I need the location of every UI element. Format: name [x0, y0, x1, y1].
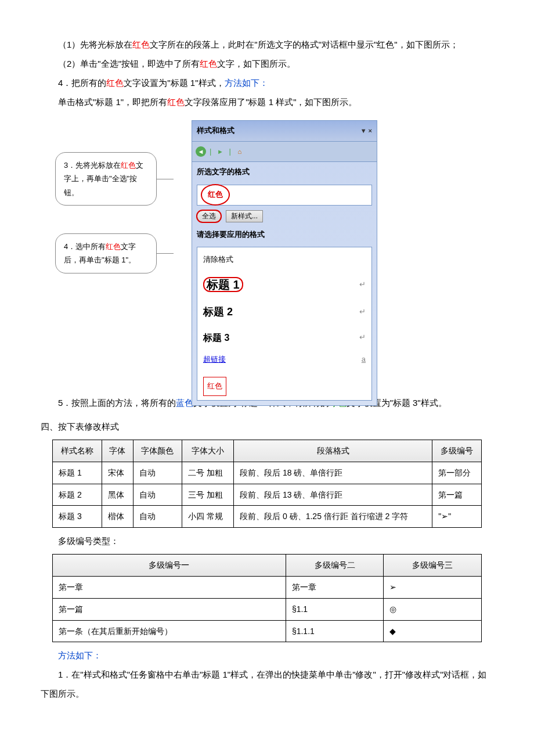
callout-2: 4．选中所有红色文字后，再单击"标题 1"。 — [55, 233, 157, 273]
current-format-box[interactable]: 红色 — [197, 185, 372, 206]
current-format-label: 所选文字的格式 — [192, 162, 377, 182]
table-header-row: 多级编号一 多级编号二 多级编号三 — [53, 555, 482, 577]
apply-format-label: 请选择要应用的格式 — [192, 225, 377, 245]
callout-1: 3．先将光标放在红色文字上，再单击"全选"按钮。 — [55, 152, 157, 206]
red-text: 红色 — [106, 78, 124, 88]
style-item-h3[interactable]: 标题 3↵ — [201, 326, 368, 350]
para-2: （2）单击"全选"按钮，即选中了所有红色文字，如下图所示。 — [41, 54, 493, 73]
table-header-row: 样式名称 字体 字体颜色 字体大小 段落格式 多级编号 — [53, 440, 482, 462]
current-format-value: 红色 — [201, 184, 230, 206]
style-item-clear[interactable]: 清除格式 — [201, 250, 368, 270]
section-4-heading: 四、按下表修改样式 — [41, 417, 493, 436]
para-1: （1）先将光标放在红色文字所在的段落上，此时在"所选文字的格式"对话框中显示"红… — [41, 35, 493, 54]
figure-styles-panel: 3．先将光标放在红色文字上，再单击"全选"按钮。 4．选中所有红色文字后，再单击… — [41, 120, 493, 381]
styles-format-panel: 样式和格式 ▼ × ◄ | ► | ⌂ 所选文字的格式 红色 全选 新样式...… — [192, 120, 377, 406]
table-row: 第一条（在其后重新开始编号）§1.1.1◆ — [53, 620, 482, 642]
panel-toolbar: ◄ | ► | ⌂ — [192, 142, 377, 163]
home-icon[interactable]: ⌂ — [234, 146, 245, 157]
style-item-h1[interactable]: 标题 1↵ — [201, 270, 368, 299]
panel-close-controls[interactable]: ▼ × — [360, 124, 372, 138]
back-icon[interactable]: ◄ — [196, 146, 206, 157]
style-item-link[interactable]: 超链接a — [201, 350, 368, 370]
table-row: 第一篇§1.1◎ — [53, 598, 482, 620]
blue-text: 蓝色 — [176, 398, 193, 408]
panel-titlebar: 样式和格式 ▼ × — [192, 121, 377, 142]
style-list: 清除格式 标题 1↵ 标题 2↵ 标题 3↵ 超链接a 红色 — [197, 247, 372, 401]
select-all-button[interactable]: 全选 — [197, 210, 221, 222]
panel-buttons: 全选 新样式... — [192, 208, 377, 225]
red-text: 红色 — [132, 39, 150, 49]
numbering-type-label: 多级编号类型： — [41, 531, 493, 550]
para-4: 单击格式"标题 1"，即把所有红色文字段落应用了"标题 1 样式"，如下图所示。 — [41, 92, 493, 111]
forward-icon[interactable]: ► — [215, 146, 225, 157]
new-style-button[interactable]: 新样式... — [226, 210, 263, 222]
table-row: 标题 1宋体自动二号 加粗段前、段后 18 磅、单倍行距第一部分 — [53, 462, 482, 484]
table-row: 标题 3楷体自动小四 常规段前、段后 0 磅、1.25 倍行距 首行缩进 2 字… — [53, 506, 482, 528]
style-item-red[interactable]: 红色 — [201, 375, 368, 398]
numbering-table: 多级编号一 多级编号二 多级编号三 第一章第一章➢ 第一篇§1.1◎ 第一条（在… — [52, 554, 482, 642]
red-text: 红色 — [200, 59, 217, 69]
style-item-h2[interactable]: 标题 2↵ — [201, 299, 368, 326]
blue-text: 方法如下： — [225, 78, 268, 88]
panel-title-text: 样式和格式 — [197, 123, 234, 139]
styles-table: 样式名称 字体 字体颜色 字体大小 段落格式 多级编号 标题 1宋体自动二号 加… — [52, 440, 482, 528]
para-6: 1．在"样式和格式"任务窗格中右单击"标题 1"样式，在弹出的快捷菜单中单击"修… — [41, 665, 493, 703]
table-row: 第一章第一章➢ — [53, 576, 482, 598]
table-row: 标题 2黑体自动三号 加粗段前、段后 13 磅、单倍行距第一篇 — [53, 484, 482, 506]
para-3: 4．把所有的红色文字设置为"标题 1"样式，方法如下： — [41, 73, 493, 92]
red-text: 红色 — [167, 97, 185, 107]
method-label: 方法如下： — [41, 646, 493, 665]
